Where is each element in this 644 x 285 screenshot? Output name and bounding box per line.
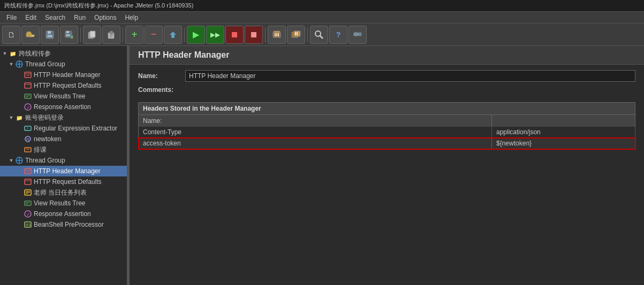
icon-newtoken: N	[24, 135, 32, 143]
content-title-text: HTTP Header Manager	[138, 50, 229, 59]
icon-http-req	[24, 81, 32, 90]
svg-rect-32	[25, 72, 31, 78]
svg-rect-60	[25, 201, 31, 205]
svg-line-26	[320, 35, 323, 38]
svg-text:BS: BS	[26, 223, 31, 227]
tree-item-newtoken[interactable]: ▶ N newtoken	[0, 134, 127, 144]
icon-regex: .*	[24, 124, 32, 133]
tree-item-http-defaults-1[interactable]: ▶ HTTP Request Defaults	[0, 80, 127, 91]
svg-rect-12	[110, 31, 113, 34]
tree-item-account-group[interactable]: ▼ 📁 账号密码登录	[0, 112, 127, 123]
run-button[interactable]: ▶	[187, 26, 205, 44]
open-button[interactable]	[21, 26, 40, 44]
toggle-button[interactable]	[164, 26, 182, 44]
content-area: HTTP Header Manager Name: Comments: Head…	[130, 46, 644, 285]
stop-now-button[interactable]: ⏹	[245, 26, 263, 44]
tree-label-http-header-2: HTTP Header Manager	[34, 167, 101, 175]
new-button[interactable]: 🗋	[2, 26, 20, 44]
svg-text:✓: ✓	[26, 212, 31, 217]
menu-help[interactable]: Help	[120, 13, 142, 22]
menu-options[interactable]: Options	[90, 13, 120, 22]
tree-item-paiike[interactable]: ▶ 排课	[0, 144, 127, 155]
tree-item-beanshell[interactable]: ▶ BS BeanShell PreProcessor	[0, 219, 127, 230]
svg-rect-37	[25, 94, 31, 98]
svg-rect-27	[354, 33, 358, 36]
svg-rect-4	[47, 35, 52, 37]
stop-button[interactable]: ⏹	[225, 26, 244, 44]
tree-label-tg1: Thread Group	[25, 60, 65, 68]
tree-label-account-group: 账号密码登录	[25, 113, 64, 122]
icon-thread-group	[15, 60, 24, 68]
svg-text:N: N	[26, 137, 29, 142]
tree-label-response-assert-1: Response Assertion	[34, 103, 91, 111]
table-row[interactable]: Content-Type application/json	[139, 127, 635, 138]
name-label: Name:	[138, 72, 181, 80]
svg-text:+: +	[71, 35, 73, 38]
headers-table: Name: Content-Type application/json acce…	[138, 114, 635, 149]
form-section: Name: Comments:	[130, 65, 644, 102]
copy-button[interactable]	[83, 26, 101, 44]
table-title: Headers Stored in the Header Manager	[138, 102, 635, 114]
remote-button[interactable]	[348, 26, 367, 44]
menu-run[interactable]: Run	[70, 13, 90, 22]
table-section: Headers Stored in the Header Manager Nam…	[130, 102, 644, 155]
menu-search[interactable]: Search	[41, 13, 70, 22]
sidebar-tree: ▼ 📁 跨线程传参 ▼ Thread Group ▶ HTTP Header M…	[0, 46, 127, 285]
tree-item-tg1[interactable]: ▼ Thread Group	[0, 59, 127, 70]
tree-label-paiike: 排课	[34, 145, 47, 155]
table-row[interactable]: access-token ${newtoken}	[139, 138, 635, 149]
sep4	[265, 27, 266, 42]
svg-rect-54	[25, 179, 31, 184]
icon-http-selected	[24, 167, 32, 175]
tree-item-response-assert-2[interactable]: ▶ ✓ Response Assertion	[0, 209, 127, 219]
menu-file[interactable]: File	[2, 13, 21, 22]
icon-timer	[24, 145, 32, 154]
name-input[interactable]	[185, 70, 635, 82]
paste-button[interactable]	[102, 26, 120, 44]
add-button[interactable]: +	[125, 26, 143, 44]
clear-button[interactable]	[268, 26, 286, 44]
svg-text:.*: .*	[26, 126, 28, 131]
title-text: 跨线程传参.jmx (D:\jmx\跨线程传参.jmx) - Apache JM…	[4, 2, 193, 10]
find-button[interactable]	[310, 26, 328, 44]
help-button[interactable]: ?	[329, 26, 347, 44]
tree-item-response-assert-1[interactable]: ▶ ✓ Response Assertion	[0, 102, 127, 112]
tree-item-http-header-1[interactable]: ▶ HTTP Header Manager	[0, 70, 127, 80]
tree-item-tg2[interactable]: ▼ Thread Group	[0, 155, 127, 166]
tree-item-view-results-2[interactable]: ▶ View Results Tree	[0, 198, 127, 209]
tree-label-newtoken: newtoken	[34, 135, 61, 143]
sep3	[184, 27, 185, 42]
menu-edit[interactable]: Edit	[21, 13, 41, 22]
icon-thread-group-2	[15, 156, 24, 165]
tree-label-response-assert-2: Response Assertion	[34, 210, 91, 218]
tree-item-http-header-2[interactable]: ▶ HTTP Header Manager	[0, 166, 127, 176]
icon-assert-2: ✓	[24, 210, 32, 218]
comments-label: Comments:	[138, 86, 635, 94]
save-button[interactable]	[41, 26, 59, 44]
main-layout: ▼ 📁 跨线程传参 ▼ Thread Group ▶ HTTP Header M…	[0, 46, 644, 285]
tree-label-view-results-2: View Results Tree	[34, 199, 86, 207]
run-no-pause-button[interactable]: ▶▶	[206, 26, 224, 44]
svg-text:✓: ✓	[26, 105, 31, 110]
clear-all-button[interactable]	[287, 26, 305, 44]
tree-label-beanshell: BeanShell PreProcessor	[34, 221, 104, 228]
tree-label-http-defaults-2: HTTP Request Defaults	[34, 178, 102, 186]
svg-rect-46	[25, 148, 31, 152]
tree-item-root[interactable]: ▼ 📁 跨线程传参	[0, 48, 127, 59]
icon-account-folder: 📁	[15, 113, 24, 122]
name-row: Name:	[138, 70, 635, 82]
tree-item-regex[interactable]: ▶ .* Regular Expression Extractor	[0, 123, 127, 134]
tree-item-task-list[interactable]: ▶ 老师 当日任务列表	[0, 187, 127, 198]
row2-value: ${newtoken}	[492, 138, 635, 149]
save-as-button[interactable]: +	[60, 26, 78, 44]
col-name: Name:	[139, 115, 492, 127]
tree-item-view-results-1[interactable]: ▶ View Results Tree	[0, 91, 127, 102]
remove-button[interactable]: −	[145, 26, 163, 44]
expand-account: ▼	[9, 115, 14, 120]
col-value	[492, 115, 635, 127]
tree-label-regex: Regular Expression Extractor	[34, 125, 117, 132]
title-bar: 跨线程传参.jmx (D:\jmx\跨线程传参.jmx) - Apache JM…	[0, 0, 644, 12]
sep1	[80, 27, 81, 42]
tree-item-http-defaults-2[interactable]: ▶ HTTP Request Defaults	[0, 176, 127, 187]
icon-view-results-2	[24, 199, 32, 207]
